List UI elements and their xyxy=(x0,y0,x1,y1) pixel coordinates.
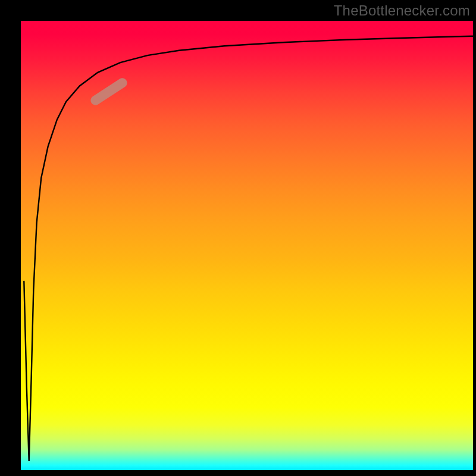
curve-layer xyxy=(21,21,473,470)
plot-area xyxy=(21,21,473,470)
chart-frame: TheBottlenecker.com xyxy=(0,0,476,476)
watermark-text: TheBottlenecker.com xyxy=(334,2,470,19)
